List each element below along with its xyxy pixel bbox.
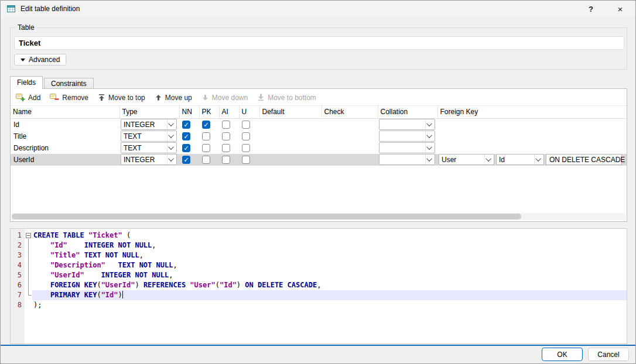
sql-token: TEXT NOT NULL — [84, 251, 139, 259]
nn-checkbox[interactable]: ✓ — [182, 121, 190, 129]
move-down-button[interactable]: Move down — [201, 94, 248, 102]
fold-collapse-icon[interactable] — [26, 233, 31, 238]
col-header-foreign-key[interactable]: Foreign Key — [437, 106, 627, 118]
col-header-u[interactable]: U — [239, 106, 259, 118]
fk-clause-box[interactable]: ON DELETE CASCADE — [546, 154, 622, 165]
move-to-bottom-button[interactable]: Move to bottom — [257, 94, 316, 102]
u-checkbox[interactable] — [242, 144, 250, 152]
ai-checkbox[interactable] — [222, 144, 230, 152]
field-name-cell[interactable]: Id — [11, 118, 119, 131]
remove-field-label: Remove — [62, 94, 88, 102]
fk-table-combo-value: User — [442, 156, 456, 164]
ok-button[interactable]: OK — [542, 348, 583, 361]
ai-checkbox[interactable] — [222, 121, 230, 129]
ai-cell — [219, 154, 239, 166]
sql-token: ) — [118, 291, 122, 299]
pk-cell: ✓ — [199, 118, 219, 131]
type-combo[interactable]: TEXT — [121, 131, 177, 142]
field-row[interactable]: DescriptionTEXT✓ — [11, 142, 627, 154]
check-cell[interactable] — [322, 142, 378, 154]
default-cell[interactable] — [259, 131, 322, 142]
col-header-nn[interactable]: NN — [179, 106, 199, 118]
pk-checkbox[interactable]: ✓ — [202, 121, 210, 129]
type-combo[interactable]: INTEGER — [121, 119, 177, 130]
field-name-cell[interactable]: UserId — [11, 154, 119, 166]
line-number: 1 — [11, 231, 25, 241]
col-header-name[interactable]: Name — [11, 106, 119, 118]
check-cell[interactable] — [322, 131, 378, 142]
fold-line — [28, 250, 29, 260]
sql-editor[interactable]: 1CREATE TABLE "Ticket" (2 "Id" INTEGER N… — [10, 228, 627, 344]
col-header-default[interactable]: Default — [259, 106, 322, 118]
nn-checkbox[interactable]: ✓ — [182, 132, 190, 140]
collation-combo[interactable] — [379, 119, 435, 130]
chevron-down-icon — [425, 143, 435, 153]
type-combo[interactable]: TEXT — [121, 142, 177, 153]
splitter-handle[interactable] — [1, 345, 635, 346]
line-number: 3 — [11, 250, 25, 260]
default-cell[interactable] — [259, 154, 322, 166]
add-field-button[interactable]: Add — [16, 93, 40, 102]
sql-code: "UserId" INTEGER NOT NULL, — [32, 270, 627, 280]
remove-field-button[interactable]: Remove — [50, 93, 88, 102]
horizontal-scrollbar[interactable] — [12, 213, 625, 220]
ai-checkbox[interactable] — [222, 132, 230, 140]
fold-margin — [25, 300, 32, 310]
foreign-key-cell — [437, 131, 627, 142]
type-combo[interactable]: INTEGER — [121, 154, 177, 165]
fold-margin — [25, 231, 32, 241]
move-to-top-button[interactable]: Move to top — [98, 94, 145, 102]
collation-combo[interactable] — [379, 142, 435, 153]
default-cell[interactable] — [259, 142, 322, 154]
pk-checkbox[interactable] — [202, 132, 210, 140]
sql-token: CREATE TABLE — [33, 231, 88, 239]
chevron-down-icon — [484, 154, 494, 164]
fk-column-combo[interactable]: Id — [496, 154, 544, 165]
field-row[interactable]: TitleTEXT✓ — [11, 131, 627, 142]
field-name-cell[interactable]: Title — [11, 131, 119, 142]
ai-checkbox[interactable] — [222, 156, 230, 164]
tab-constraints[interactable]: Constraints — [44, 78, 94, 89]
col-header-check[interactable]: Check — [322, 106, 378, 118]
tab-fields[interactable]: Fields — [10, 76, 43, 89]
col-header-pk[interactable]: PK — [199, 106, 219, 118]
col-header-type[interactable]: Type — [119, 106, 179, 118]
sql-line: 1CREATE TABLE "Ticket" ( — [11, 231, 627, 241]
sql-token: "Id" — [220, 281, 237, 289]
pk-checkbox[interactable] — [202, 144, 210, 152]
nn-checkbox[interactable]: ✓ — [182, 144, 190, 152]
pk-checkbox[interactable] — [202, 156, 210, 164]
table-name-input[interactable] — [14, 36, 624, 50]
collation-combo[interactable] — [379, 131, 435, 142]
advanced-toggle-button[interactable]: Advanced — [14, 54, 66, 66]
help-button[interactable]: ? — [583, 5, 599, 13]
fold-margin — [25, 270, 32, 280]
default-cell[interactable] — [259, 118, 322, 131]
check-cell[interactable] — [322, 118, 378, 131]
sql-lines: 1CREATE TABLE "Ticket" (2 "Id" INTEGER N… — [11, 231, 627, 310]
field-name-cell[interactable]: Description — [11, 142, 119, 154]
cancel-button[interactable]: Cancel — [588, 348, 629, 361]
chevron-down-icon — [167, 143, 176, 153]
field-type-cell: TEXT — [119, 142, 179, 154]
grid-body: IdINTEGER✓✓TitleTEXT✓DescriptionTEXT✓Use… — [11, 118, 627, 166]
check-cell[interactable] — [322, 154, 378, 166]
field-row[interactable]: IdINTEGER✓✓ — [11, 118, 627, 131]
col-header-ai[interactable]: AI — [219, 106, 239, 118]
move-up-button[interactable]: Move up — [155, 94, 192, 102]
nn-checkbox[interactable]: ✓ — [182, 156, 190, 164]
fold-line — [28, 270, 29, 280]
u-checkbox[interactable] — [242, 156, 250, 164]
close-button[interactable]: × — [612, 4, 628, 14]
field-row[interactable]: UserIdINTEGER✓UserIdON DELETE CASCADE — [11, 154, 627, 166]
u-checkbox[interactable] — [242, 132, 250, 140]
fk-table-combo[interactable]: User — [439, 154, 494, 165]
field-type-cell: TEXT — [119, 131, 179, 142]
nn-cell: ✓ — [179, 118, 199, 131]
type-combo-value: INTEGER — [124, 156, 155, 164]
titlebar: Edit table definition ? × — [1, 1, 635, 17]
collation-combo[interactable] — [379, 154, 435, 165]
col-header-collation[interactable]: Collation — [378, 106, 437, 118]
u-checkbox[interactable] — [242, 121, 250, 129]
scrollbar-thumb[interactable] — [12, 214, 521, 219]
